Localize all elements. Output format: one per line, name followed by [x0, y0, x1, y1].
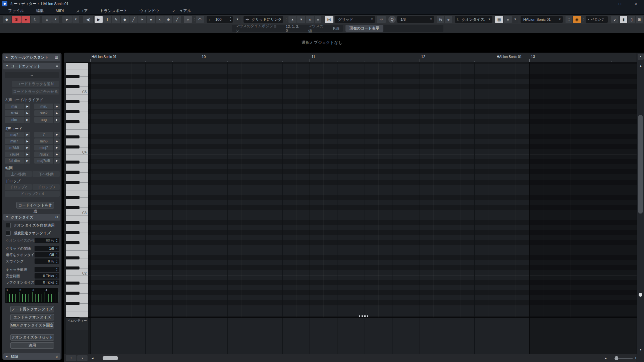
ruler-options-dropdown[interactable]: ▼ — [638, 54, 644, 60]
edit-mode-dropdown[interactable]: ▼ — [52, 16, 59, 23]
insert-velocity-value[interactable]: 100 — [215, 16, 221, 23]
chord-play-icon[interactable]: ▶ — [54, 152, 60, 157]
chord-play-icon[interactable]: ▶ — [24, 117, 30, 123]
erase-tool[interactable]: ◆ — [121, 16, 129, 23]
chord-pad-label[interactable]: min. — [34, 104, 53, 109]
scroll-up-icon[interactable]: ▲ — [638, 63, 644, 69]
audition-icon[interactable]: ◀) — [83, 16, 93, 23]
black-key[interactable] — [66, 266, 79, 269]
chord-pad-label[interactable]: 7sus4 — [5, 152, 24, 157]
scale-assistant-header[interactable]: ▶ スケールアシスタント ▦ — [3, 54, 60, 61]
zoom-tool[interactable]: ⊕ — [164, 16, 172, 23]
chord-play-icon[interactable]: ▶ — [54, 158, 60, 164]
chord-pad-label[interactable]: m7/b5 — [5, 145, 24, 150]
chord-play-icon[interactable]: ▶ — [24, 152, 30, 157]
chord-pad-label[interactable]: min6 — [34, 138, 53, 144]
quantize-note-length-button[interactable]: ノート長をクオンタイズ — [10, 306, 54, 312]
chord-play-icon[interactable]: ▶ — [24, 104, 30, 109]
field-value-box[interactable]: 1/8▼ — [35, 246, 59, 251]
chord-pad-label[interactable]: dim — [5, 117, 24, 123]
insert-velocity-dropdown[interactable]: ▼ — [234, 16, 241, 23]
grid-relative-button[interactable]: -|+ — [377, 16, 386, 23]
event-colors-dropdown[interactable]: ▼ — [513, 16, 518, 23]
black-key[interactable] — [66, 75, 79, 78]
black-key[interactable] — [66, 206, 79, 209]
black-key[interactable] — [66, 181, 79, 184]
trim-tool[interactable]: ╱ — [129, 16, 138, 23]
black-key[interactable] — [66, 62, 79, 63]
velocity-lane[interactable] — [88, 317, 637, 354]
transpose-menu-button[interactable]: ≡ — [315, 16, 321, 23]
open-in-lower-zone-icon[interactable]: ↙ — [611, 16, 619, 23]
iterative-quantize-checkbox[interactable] — [6, 231, 11, 236]
note-expression-icon[interactable]: ► — [62, 16, 72, 23]
chord-pad-label[interactable]: 7 — [34, 132, 53, 137]
solo-editor-button[interactable]: S — [12, 16, 21, 23]
auto-apply-checkbox[interactable] — [6, 223, 11, 228]
menu-2[interactable]: 編集 — [30, 7, 50, 14]
chord-play-icon[interactable]: ▶ — [24, 158, 30, 164]
chord-pad-label[interactable]: sus4 — [5, 110, 24, 116]
chord-play-icon[interactable]: ▶ — [54, 110, 60, 116]
timeline-ruler[interactable]: 10111213HALion Sonic 01HALion Sonic 01 — [64, 53, 637, 62]
black-key[interactable] — [66, 241, 79, 244]
transpose-header[interactable]: ▶ 移調 ♫ — [3, 353, 60, 360]
mute-tool[interactable]: × — [156, 16, 164, 23]
glue-tool[interactable]: ● — [147, 16, 155, 23]
chord-pad-label[interactable]: maj7 — [5, 132, 24, 137]
zoom-out-icon[interactable]: − — [608, 355, 613, 361]
black-key[interactable] — [66, 231, 79, 234]
menu-6[interactable]: ウィンドウ — [133, 7, 165, 14]
black-key[interactable] — [66, 135, 79, 138]
drop3-button[interactable]: ドロップ3 — [33, 184, 60, 190]
part-selector-dropdown[interactable]: HALion Sonic 01 ▼ — [521, 16, 563, 23]
lane-preset-dropdown[interactable]: ▼ — [77, 355, 88, 361]
draw-tool[interactable]: ✎ — [112, 16, 120, 23]
menu-4[interactable]: スコア — [70, 7, 94, 14]
menu-3[interactable]: MIDI — [50, 7, 70, 14]
field-value-box[interactable]: Off▴▾ — [35, 252, 59, 257]
create-chord-event-button[interactable]: コードイベントを作成 — [16, 202, 54, 208]
chord-display-label[interactable]: 現在のコード表示 — [345, 25, 383, 32]
range-tool[interactable]: I — [103, 16, 111, 23]
chord-pad-label[interactable]: maj — [5, 104, 24, 109]
insert-velocity-stepper[interactable]: ▴▾ — [230, 16, 231, 22]
black-key[interactable] — [66, 171, 79, 174]
quantize-preset-dropdown[interactable]: 1/8 ▼ — [397, 16, 434, 23]
length-quantize-dropdown[interactable]: L クオンタイズ. ▼ — [455, 16, 492, 23]
minimize-button[interactable]: ─ — [596, 0, 612, 7]
iterative-quantize-icon[interactable]: % — [437, 16, 444, 23]
add-lane-button[interactable]: + — [66, 355, 76, 361]
line-tool[interactable]: ╱ — [173, 16, 181, 23]
part-editing-mode-button[interactable]: ◠ — [196, 16, 204, 23]
chord-play-icon[interactable]: ▶ — [54, 117, 60, 123]
black-key[interactable] — [66, 292, 79, 295]
transpose-up-button[interactable]: ▲ — [288, 16, 297, 23]
piano-keyboard[interactable]: C5C4C3C2 — [66, 62, 88, 318]
close-button[interactable]: ✕ — [628, 0, 644, 7]
chord-pad-label[interactable]: full dim — [5, 158, 24, 164]
black-key[interactable] — [66, 161, 79, 164]
chord-pad-label[interactable]: sus2 — [34, 110, 53, 116]
chord-pad-label[interactable]: min7 — [5, 138, 24, 144]
setup-toolbar-icon[interactable]: ⊞ — [636, 16, 643, 23]
chord-play-icon[interactable]: ▶ — [24, 110, 30, 116]
field-value-box[interactable]: -▴▾ — [35, 267, 59, 272]
maximize-button[interactable]: □ — [612, 0, 628, 7]
match-chord-track-button[interactable]: コードトラックに合わせる — [12, 88, 59, 95]
midi-input-icon[interactable]: ∷ — [566, 16, 572, 23]
black-key[interactable] — [66, 221, 79, 224]
field-value-box[interactable]: 0 %▴▾ — [35, 258, 59, 264]
record-in-editor-button[interactable]: ● — [21, 16, 30, 23]
note-grid[interactable] — [88, 62, 637, 317]
drop24-button[interactable]: ドロップ2 + 4 — [5, 191, 60, 197]
black-key[interactable] — [66, 85, 79, 88]
show-right-zone-icon[interactable]: ▯ — [628, 16, 635, 23]
chord-play-icon[interactable]: ▶ — [24, 132, 30, 137]
snap-type-dropdown[interactable]: グリッド ▼ — [335, 16, 375, 23]
quantize-ends-button[interactable]: エンドをクオンタイズ — [10, 314, 54, 320]
field-value-box[interactable]: 0 Ticks▴▾ — [35, 280, 59, 285]
scroll-right-icon[interactable]: ▶ — [603, 355, 608, 361]
edit-mode-icon[interactable]: ⌂ — [42, 16, 52, 23]
chord-play-icon[interactable]: ▶ — [24, 138, 30, 144]
